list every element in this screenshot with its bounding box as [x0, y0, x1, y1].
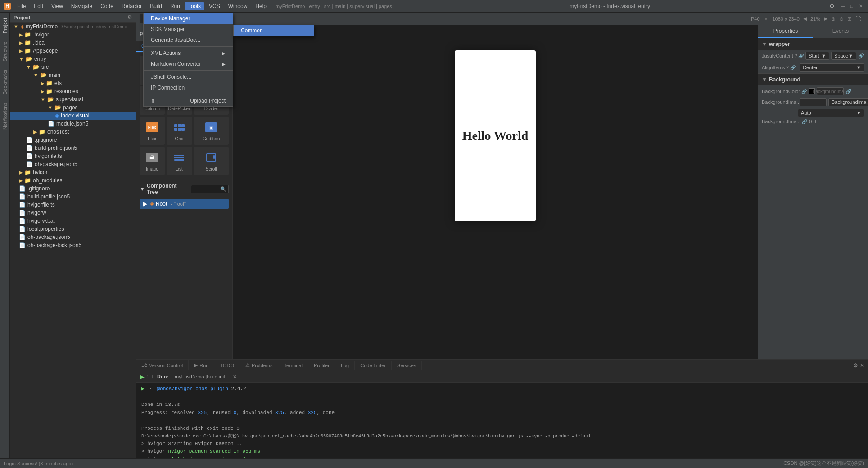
- tree-item-hvigor2[interactable]: ▶ 📁 hvigor: [10, 168, 136, 176]
- tree-item-appscope[interactable]: ▶ 📁 AppScope: [10, 47, 136, 55]
- tree-item-myfristdemo[interactable]: ▼ ◈ myFristDemo D:\workspace\hmos\myFris…: [10, 22, 136, 31]
- close-button[interactable]: ✕: [857, 3, 864, 10]
- tree-item-hvigor1[interactable]: ▶ 📁 .hvigor: [10, 31, 136, 39]
- tree-item-src[interactable]: ▼ 📂 src: [10, 63, 136, 71]
- tab-events[interactable]: Events: [813, 25, 868, 38]
- menu-vcs[interactable]: VCS: [205, 2, 224, 10]
- justify-content-select[interactable]: Start ▼: [805, 52, 829, 60]
- tab-code-linter[interactable]: Code Linter: [355, 361, 392, 370]
- prev-nav-back[interactable]: ◀: [803, 16, 807, 22]
- tree-item-module-json5[interactable]: 📄 module.json5: [10, 120, 136, 128]
- run-scroll-down-icon[interactable]: ↓: [151, 374, 154, 380]
- tree-collapse-icon[interactable]: ▼: [140, 186, 145, 192]
- tab-services[interactable]: Services: [392, 361, 422, 370]
- dropdown-ip-connection[interactable]: IP Connection: [144, 82, 233, 93]
- tree-item-entry[interactable]: ▼ 📂 entry: [10, 55, 136, 63]
- tree-item-ets[interactable]: ▶ 📁 ets: [10, 79, 136, 87]
- run-build-tab[interactable]: myFristDemo [build init]: [172, 373, 229, 380]
- bg-ima2-link-icon[interactable]: 🔗: [802, 119, 807, 124]
- comp-scroll[interactable]: Scroll: [194, 147, 229, 175]
- tab-log[interactable]: Log: [335, 361, 355, 370]
- bg-color-link-icon[interactable]: 🔗: [801, 89, 807, 94]
- background-section-header[interactable]: ▼ Background: [758, 74, 868, 86]
- comp-grid[interactable]: Grid: [167, 117, 192, 145]
- minimize-button[interactable]: —: [839, 3, 846, 10]
- prev-nav-forward[interactable]: ▶: [824, 16, 827, 22]
- bg-auto-select[interactable]: Auto ▼: [798, 109, 864, 117]
- wrapper-section-header[interactable]: ▼ wrapper: [758, 38, 868, 50]
- bg-ima1-select[interactable]: BackgroundIma... ▼: [828, 98, 868, 106]
- sidebar-tab-bookmarks[interactable]: Bookmarks: [1, 66, 9, 98]
- settings-icon[interactable]: ⚙: [827, 3, 837, 10]
- tree-item-gitignore-root[interactable]: 📄 .gitignore: [10, 184, 136, 193]
- tree-item-local-properties[interactable]: 📄 local.properties: [10, 225, 136, 233]
- tree-item-oh-package-root[interactable]: 📄 oh-package.json5: [10, 233, 136, 241]
- justify-content-right-select[interactable]: Space ▼: [831, 52, 856, 60]
- menu-edit[interactable]: Edit: [30, 2, 47, 10]
- submenu-common[interactable]: Common: [234, 25, 314, 36]
- close-bottom-icon[interactable]: ✕: [860, 362, 864, 369]
- dropdown-sdk-manager[interactable]: SDK Manager: [144, 24, 233, 35]
- comp-list[interactable]: List: [167, 147, 192, 175]
- comp-griditem[interactable]: ▣ GridItem: [194, 117, 229, 145]
- menu-navigate[interactable]: Navigate: [68, 2, 96, 10]
- sidebar-tab-project[interactable]: Project: [1, 14, 9, 37]
- tab-profiler[interactable]: Profiler: [308, 361, 335, 370]
- zoom-out-icon[interactable]: ⊖: [839, 16, 844, 22]
- tree-item-oh-modules[interactable]: ▶ 📁 oh_modules: [10, 176, 136, 184]
- tab-terminal[interactable]: Terminal: [278, 361, 308, 370]
- run-tab-close[interactable]: ✕: [233, 374, 237, 380]
- dropdown-xml-actions[interactable]: XML Actions ▶: [144, 48, 233, 58]
- tab-run[interactable]: ▶ Run: [189, 360, 214, 370]
- justify-content-link-icon[interactable]: 🔗: [798, 54, 804, 58]
- tree-item-supervisual[interactable]: ▼ 📂 supervisual: [10, 95, 136, 104]
- zoom-fit-icon[interactable]: ⊕: [831, 16, 836, 22]
- sidebar-tab-structure[interactable]: Structure: [1, 38, 9, 65]
- tree-item-index-visual[interactable]: ◈ Index.visual: [10, 112, 136, 120]
- menu-code[interactable]: Code: [97, 2, 117, 10]
- menu-tools[interactable]: Tools: [185, 2, 204, 10]
- dropdown-markdown-converter[interactable]: Markdown Converter ▶: [144, 58, 233, 69]
- sidebar-tab-notifications[interactable]: Notifications: [1, 99, 9, 133]
- tab-todo[interactable]: TODO: [214, 361, 240, 370]
- menu-build[interactable]: Build: [146, 2, 166, 10]
- component-tree-search[interactable]: 🔍: [191, 185, 229, 194]
- settings-gear-icon[interactable]: ⚙: [127, 14, 132, 20]
- tree-item-hvigorw[interactable]: 📄 hvigorw: [10, 209, 136, 217]
- tree-item-hvigorfile-entry[interactable]: 📄 hvigorfile.ts: [10, 152, 136, 160]
- tree-item-hvigorw-bat[interactable]: 📄 hvigorw.bat: [10, 217, 136, 225]
- tree-item-gitignore-entry[interactable]: 📄 .gitignore: [10, 136, 136, 144]
- tree-item-main[interactable]: ▼ 📂 main: [10, 71, 136, 79]
- dropdown-upload-project[interactable]: ⬆ Upload Project: [144, 95, 233, 106]
- component-tree-root-item[interactable]: ▶ ◈ Root - "root": [140, 199, 229, 209]
- tree-item-ohostest[interactable]: ▶ 📁 ohosTest: [10, 128, 136, 136]
- justify-content-help-icon[interactable]: ?: [795, 54, 797, 58]
- comp-flex[interactable]: Flex Flex: [140, 117, 165, 145]
- align-items-select[interactable]: Center ▼: [800, 63, 864, 72]
- tab-version-control[interactable]: ⎇ Version Control: [136, 360, 189, 370]
- run-scroll-up-icon[interactable]: ↑: [146, 374, 149, 380]
- bg-color-link-btn[interactable]: 🔗: [845, 89, 852, 94]
- tree-item-idea[interactable]: ▶ 📁 .idea: [10, 39, 136, 47]
- menu-file[interactable]: File: [14, 2, 29, 10]
- menu-window[interactable]: Window: [225, 2, 251, 10]
- tree-item-oh-package-lock[interactable]: 📄 oh-package-lock.json5: [10, 241, 136, 249]
- menu-help[interactable]: Help: [252, 2, 270, 10]
- tree-item-build-profile-root[interactable]: 📄 build-profile.json5: [10, 193, 136, 201]
- align-items-help-icon[interactable]: ?: [786, 65, 789, 70]
- settings-bottom-icon[interactable]: ⚙: [853, 362, 858, 369]
- menu-view[interactable]: View: [48, 2, 67, 10]
- justify-content-link-btn[interactable]: 🔗: [858, 53, 864, 59]
- comp-image[interactable]: 🏔 Image: [140, 147, 165, 175]
- grid-view-icon[interactable]: ⊞: [847, 16, 852, 22]
- tree-item-hvigorfile-root[interactable]: 📄 hvigorfile.ts: [10, 201, 136, 209]
- tab-problems[interactable]: ⚠ Problems: [240, 360, 278, 370]
- align-items-link-icon[interactable]: 🔗: [790, 65, 796, 70]
- maximize-button[interactable]: □: [848, 3, 855, 10]
- tree-item-resources[interactable]: ▶ 📁 resources: [10, 87, 136, 95]
- menu-run[interactable]: Run: [167, 2, 184, 10]
- tree-item-pages[interactable]: ▼ 📂 pages: [10, 104, 136, 112]
- dropdown-device-manager[interactable]: Device Manager: [144, 13, 233, 24]
- tree-item-build-profile-entry[interactable]: 📄 build-profile.json5: [10, 144, 136, 152]
- tab-properties[interactable]: Properties: [758, 25, 813, 38]
